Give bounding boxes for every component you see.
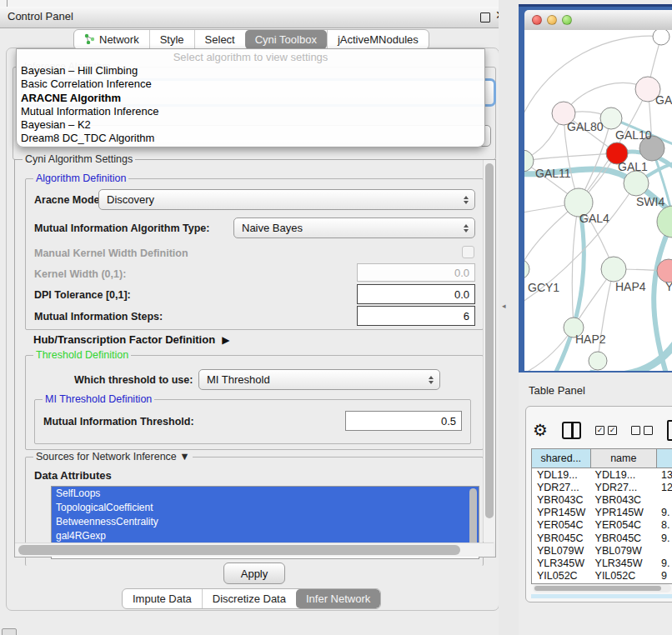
column-header[interactable]: A — [656, 449, 672, 468]
expander-down-icon[interactable]: ▼ — [179, 451, 189, 462]
settings-vertical-scrollbar[interactable] — [483, 160, 495, 542]
aracne-mode-combo[interactable]: Discovery — [98, 189, 475, 210]
table-row[interactable]: YPR145WYPR145W9. — [532, 507, 672, 519]
control-panel-titlebar: Control Panel ✕ — [0, 7, 511, 28]
splitter-collapse-icon[interactable]: ◂ — [502, 302, 506, 310]
table-cell: YBL079W — [532, 544, 590, 557]
threshold-definition-title: Threshold Definition — [33, 349, 131, 361]
table-row[interactable]: YDR27...YDR27...12 — [532, 481, 672, 493]
sources-title: Sources for Network Inference ▼ — [33, 451, 193, 462]
close-window-icon[interactable] — [532, 15, 542, 25]
select-all-checkboxes-icon[interactable]: ✓ ✓ — [595, 426, 617, 435]
column-header[interactable]: shared... — [532, 449, 590, 468]
network-node[interactable] — [624, 171, 649, 196]
table-cell: 12 — [656, 481, 672, 493]
column-header[interactable]: name — [590, 449, 656, 468]
apply-button[interactable]: Apply — [223, 562, 285, 584]
attribute-item[interactable]: gal4RGexp — [52, 529, 479, 543]
mi-steps-label: Mutual Information Steps: — [34, 311, 163, 322]
sources-title-text: Sources for Network Inference — [36, 451, 177, 462]
network-icon — [84, 33, 95, 47]
network-node-swi4[interactable] — [657, 206, 672, 238]
algorithm-definition-title: Algorithm Definition — [33, 172, 128, 184]
table-cell: 13 — [656, 468, 672, 481]
table-row[interactable]: YER054CYER054C8. — [532, 519, 672, 532]
bottom-tab-infer-network[interactable]: Infer Network — [296, 589, 380, 608]
table-row[interactable]: YBR043CYBR043C — [532, 493, 672, 506]
table-cell: YPR145W — [590, 507, 656, 519]
network-node[interactable] — [589, 352, 607, 370]
algorithm-dropdown-popup: Select algorithm to view settings Bayesi… — [16, 48, 485, 148]
columns-icon[interactable] — [562, 422, 581, 439]
table-cell: 8. — [656, 519, 672, 532]
algorithm-option[interactable]: ARACNE Algorithm — [17, 92, 484, 105]
network-node-hap4[interactable] — [601, 257, 626, 282]
settings-vertical-thumb[interactable] — [485, 163, 494, 518]
manual-kernel-checkbox[interactable] — [462, 246, 474, 258]
attribute-item[interactable]: SelfLoops — [52, 487, 479, 501]
attribute-item[interactable]: TopologicalCoefficient — [52, 501, 479, 515]
table-row[interactable]: YBR045CYBR045C9. — [532, 532, 672, 544]
table-cell: YIL052C — [532, 570, 590, 582]
attribute-item[interactable]: BetweennessCentrality — [52, 515, 479, 529]
table-horizontal-scrollbar[interactable] — [533, 584, 671, 592]
mi-type-combo[interactable]: Naive Bayes — [233, 218, 475, 238]
table-cell: YDR27... — [532, 481, 590, 493]
table-header-row: shared...nameA — [531, 448, 672, 468]
node-label-gal4: GAL4 — [579, 212, 609, 225]
algorithm-option[interactable]: Bayesian – K2 — [17, 118, 484, 132]
network-node-gal10[interactable] — [600, 108, 622, 129]
mi-threshold-group-title: MI Threshold Definition — [43, 393, 154, 405]
algorithm-option[interactable]: Basic Correlation Inference — [17, 78, 484, 91]
table-horizontal-thumb[interactable] — [534, 586, 661, 591]
bottom-tab-discretize-data[interactable]: Discretize Data — [202, 589, 296, 608]
algorithm-option[interactable]: Mutual Information Inference — [17, 105, 484, 118]
cyni-settings-box: Cyni Algorithm Settings Algorithm Defini… — [14, 159, 496, 558]
tab-select[interactable]: Select — [194, 30, 245, 49]
export-table-icon[interactable] — [667, 420, 672, 441]
network-node-gcy1[interactable] — [524, 259, 529, 279]
tab-style[interactable]: Style — [149, 30, 194, 49]
settings-horizontal-thumb[interactable] — [18, 545, 460, 555]
mi-steps-field[interactable]: 6 — [357, 306, 475, 326]
table-row[interactable]: YDL19...YDL19...13 — [532, 468, 672, 481]
screen: Control Panel ✕ NetworkStyleSelectCyni T… — [0, 0, 672, 635]
which-threshold-combo[interactable]: MI Threshold — [198, 369, 440, 390]
table-cell: YDR27... — [590, 481, 656, 493]
minimize-window-icon[interactable] — [547, 15, 557, 25]
gear-icon[interactable]: ⚙ — [533, 422, 548, 438]
table-cell — [656, 493, 672, 506]
tab-cyni-toolbox[interactable]: Cyni Toolbox — [245, 30, 327, 49]
bottom-tab-impute-data[interactable]: Impute Data — [123, 589, 202, 608]
algorithm-option[interactable]: Dream8 DC_TDC Algorithm — [17, 132, 484, 145]
attributes-list-scrollbar[interactable] — [469, 488, 477, 547]
table-cell: YLR345W — [590, 557, 656, 569]
dpi-tolerance-field[interactable]: 0.0 — [357, 284, 475, 304]
hub-factor-label: Hub/Transcription Factor Definition — [33, 333, 215, 346]
network-window-titlebar[interactable] — [524, 10, 672, 31]
table-cell: YDL19... — [590, 468, 656, 481]
network-node[interactable] — [653, 30, 669, 45]
deselect-all-checkboxes-icon[interactable] — [631, 426, 653, 435]
float-panel-icon[interactable] — [480, 12, 490, 22]
table-row[interactable]: YIL052CYIL052C9 — [532, 570, 672, 582]
mi-threshold-field[interactable]: 0.5 — [345, 411, 462, 431]
table-cell: 9. — [656, 557, 672, 569]
table-row[interactable]: YBL079WYBL079W — [532, 544, 672, 557]
panel-splitter[interactable]: ◂ — [499, 0, 519, 635]
kernel-width-field[interactable]: 0.0 — [357, 263, 475, 282]
tab-network[interactable]: Network — [74, 30, 149, 49]
table-row[interactable]: YLR345WYLR345W9. — [532, 557, 672, 569]
aracne-mode-value: Discovery — [107, 193, 154, 206]
table-cell: YER054C — [532, 519, 590, 532]
dpi-tolerance-label: DPI Tolerance [0,1]: — [34, 289, 131, 301]
settings-horizontal-scrollbar[interactable] — [15, 542, 494, 557]
tab-jactivemnodules[interactable]: jActiveMNodules — [327, 30, 429, 49]
hub-factor-expander[interactable]: Hub/Transcription Factor Definition ▶ — [33, 333, 229, 346]
table-cell: YER054C — [590, 519, 656, 532]
algorithm-option[interactable]: Bayesian – Hill Climbing — [17, 64, 484, 78]
dock-mini-icon[interactable] — [2, 628, 17, 635]
network-canvas[interactable]: GALGAL80GAL10GAL1GAL11GAL4SWI4GCY1HAP4YH… — [524, 30, 672, 371]
zoom-window-icon[interactable] — [562, 15, 572, 25]
bottom-tab-label: Impute Data — [133, 592, 192, 605]
